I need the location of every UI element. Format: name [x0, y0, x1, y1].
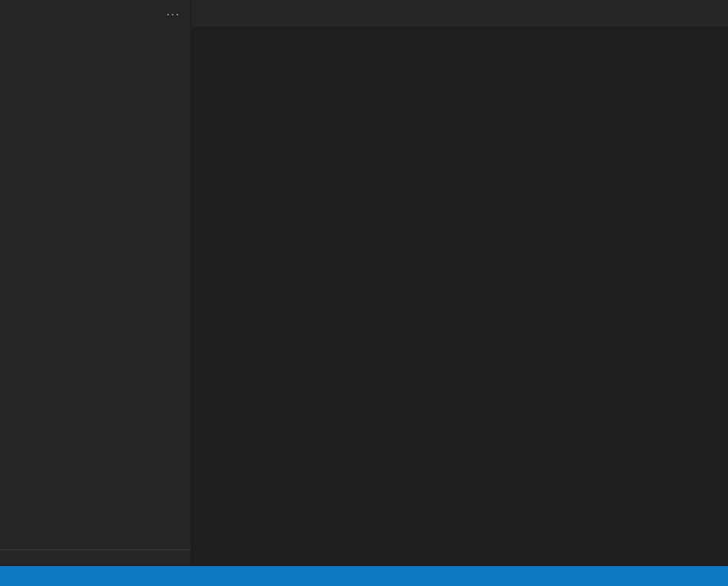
status-bar — [0, 566, 728, 586]
explorer-sidebar: ··· — [0, 0, 191, 566]
explorer-header: ··· — [0, 0, 191, 27]
code-editor[interactable] — [191, 44, 728, 566]
chevron-down-icon — [5, 30, 17, 42]
workspace-section-header[interactable] — [0, 27, 191, 45]
vscode-window: ··· — [0, 0, 728, 586]
outline-section-header[interactable] — [0, 549, 191, 566]
breadcrumb — [191, 27, 728, 44]
chevron-right-icon — [3, 552, 15, 565]
editor-area — [191, 0, 728, 566]
tab-bar — [191, 0, 728, 27]
explorer-more-actions-icon[interactable]: ··· — [166, 7, 180, 20]
minimap[interactable] — [668, 44, 720, 566]
